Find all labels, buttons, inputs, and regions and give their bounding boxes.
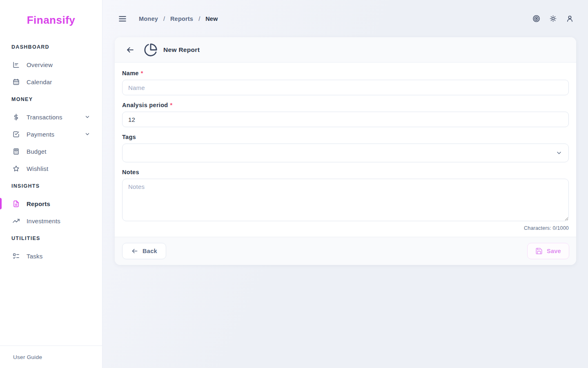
save-button-label: Save	[547, 248, 561, 254]
chevron-down-icon	[556, 150, 562, 156]
target-icon[interactable]	[530, 13, 542, 25]
page-title: New Report	[163, 46, 200, 54]
report-form: Name * Analysis period * Tags	[115, 63, 576, 237]
card-footer: Back Save	[115, 237, 576, 265]
analysis-period-label: Analysis period *	[122, 102, 569, 108]
pie-chart-icon	[144, 43, 158, 57]
breadcrumb-reports[interactable]: Reports	[170, 16, 193, 22]
sidebar-item-label: Budget	[27, 148, 47, 155]
file-text-icon	[12, 200, 20, 208]
section-label-dashboard: Dashboard	[0, 38, 102, 56]
sidebar-item-transactions[interactable]: Transactions	[0, 108, 102, 126]
save-floppy-icon	[535, 247, 543, 255]
sidebar-item-wishlist[interactable]: Wishlist	[0, 160, 102, 177]
new-report-card: New Report Name * Analysis period * Ta	[115, 37, 576, 265]
user-profile-icon[interactable]	[564, 13, 576, 25]
name-label: Name *	[122, 70, 569, 76]
section-label-money: Money	[0, 90, 102, 108]
topbar: Money / Reports / New	[102, 0, 588, 37]
notes-textarea[interactable]	[122, 179, 569, 221]
breadcrumb-money[interactable]: Money	[139, 16, 158, 22]
sidebar-item-budget[interactable]: Budget	[0, 143, 102, 160]
back-button-label: Back	[143, 248, 157, 254]
sidebar-item-label: Transactions	[27, 114, 62, 121]
breadcrumb-new: New	[205, 16, 218, 22]
card-header: New Report	[115, 37, 576, 63]
required-marker: *	[170, 102, 172, 108]
sidebar-item-label: Calendar	[27, 79, 52, 85]
back-button[interactable]: Back	[122, 243, 166, 259]
list-todo-icon	[12, 252, 20, 260]
sidebar-item-payments[interactable]: Payments	[0, 126, 102, 143]
tags-label: Tags	[122, 134, 569, 140]
app-logo[interactable]: Finansify	[0, 0, 102, 38]
overview-chart-icon	[12, 61, 20, 69]
sidebar-item-calendar[interactable]: Calendar	[0, 73, 102, 90]
chevron-down-icon[interactable]	[85, 114, 90, 120]
breadcrumb: Money / Reports / New	[139, 16, 218, 22]
main-area: Money / Reports / New New R	[102, 0, 588, 368]
user-guide-link[interactable]: User Guide	[13, 354, 42, 360]
section-label-insights: Insights	[0, 177, 102, 195]
chevron-down-icon[interactable]	[85, 131, 90, 137]
notes-label: Notes	[122, 169, 569, 175]
sidebar-footer: User Guide	[0, 346, 102, 368]
calculator-icon	[12, 148, 20, 155]
hamburger-menu-icon[interactable]	[118, 14, 127, 23]
calendar-icon	[12, 78, 20, 86]
check-square-icon	[12, 130, 20, 138]
sidebar-item-reports[interactable]: Reports	[0, 195, 102, 212]
sidebar-item-tasks[interactable]: Tasks	[0, 247, 102, 265]
section-label-utilities: Utilities	[0, 229, 102, 247]
character-counter: Characters: 0/1000	[122, 225, 569, 231]
sidebar-item-overview[interactable]: Overview	[0, 56, 102, 73]
sidebar-nav: Dashboard Overview Calendar Money Transa…	[0, 38, 102, 346]
name-input[interactable]	[122, 80, 569, 95]
required-marker: *	[141, 70, 143, 76]
sun-theme-icon[interactable]	[547, 13, 559, 25]
sidebar-item-label: Reports	[27, 200, 50, 207]
sidebar-item-label: Tasks	[27, 253, 42, 260]
sidebar: Finansify Dashboard Overview Calendar Mo…	[0, 0, 102, 368]
arrow-left-icon	[131, 247, 138, 255]
dollar-icon	[12, 113, 20, 121]
topbar-actions	[530, 13, 576, 25]
tags-select[interactable]	[122, 144, 569, 162]
sidebar-item-investments[interactable]: Investments	[0, 212, 102, 229]
back-arrow-icon[interactable]	[126, 45, 135, 54]
sidebar-item-label: Investments	[27, 218, 60, 224]
sidebar-item-label: Wishlist	[27, 165, 48, 172]
field-name: Name *	[122, 70, 569, 95]
breadcrumb-separator: /	[198, 16, 200, 22]
save-button[interactable]: Save	[527, 243, 569, 259]
field-tags: Tags	[122, 134, 569, 162]
trending-up-icon	[12, 217, 20, 225]
star-icon	[12, 165, 20, 173]
analysis-period-input[interactable]	[122, 112, 569, 127]
field-notes: Notes Characters: 0/1000	[122, 169, 569, 231]
sidebar-item-label: Payments	[27, 131, 54, 138]
breadcrumb-separator: /	[163, 16, 165, 22]
sidebar-item-label: Overview	[27, 61, 53, 68]
field-analysis-period: Analysis period *	[122, 102, 569, 127]
